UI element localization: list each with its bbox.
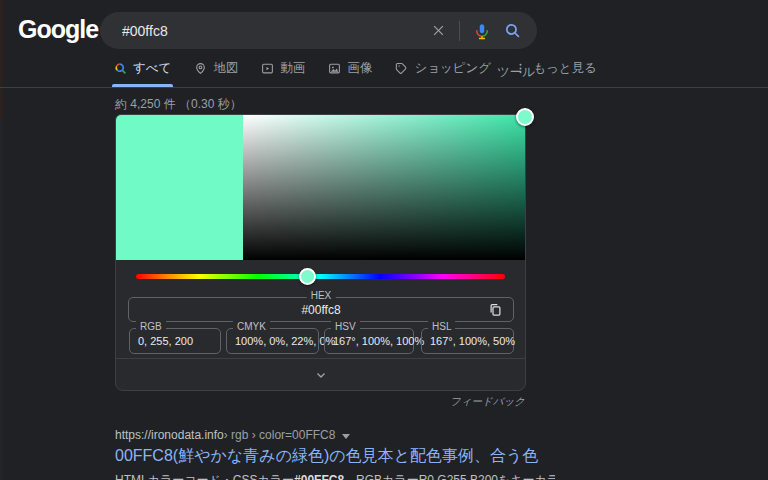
saturation-value-picker[interactable] bbox=[243, 115, 525, 260]
tab-shopping[interactable]: ショッピング bbox=[395, 60, 491, 87]
search-input[interactable] bbox=[100, 23, 431, 39]
window-edge bbox=[0, 0, 3, 480]
google-logo[interactable]: Google bbox=[18, 15, 98, 44]
tab-all[interactable]: すべて bbox=[114, 60, 171, 87]
chevron-down-icon bbox=[314, 368, 328, 382]
result-options-caret-icon[interactable] bbox=[342, 434, 350, 439]
hsv-field[interactable]: HSV 167°, 100%, 100% bbox=[324, 328, 414, 354]
header-divider bbox=[0, 87, 768, 88]
rgb-field[interactable]: RGB 0, 255, 200 bbox=[129, 328, 221, 354]
video-icon bbox=[261, 62, 274, 75]
result-snippet: HTMLカラーコード・CSSカラー#00FFC8、RGBカラーR0 G255 B… bbox=[115, 472, 555, 480]
hex-field[interactable]: HEX #00ffc8 bbox=[128, 297, 514, 322]
map-pin-icon bbox=[194, 62, 207, 75]
result-url-domain: https://ironodata.info bbox=[115, 428, 224, 442]
result-url[interactable]: https://ironodata.info › rgb › color=00F… bbox=[115, 428, 555, 442]
feedback-link[interactable]: フィードバック bbox=[450, 395, 525, 407]
tab-images[interactable]: 画像 bbox=[328, 60, 372, 87]
result-url-path: › rgb › color=00FFC8 bbox=[224, 428, 336, 442]
search-bar[interactable] bbox=[100, 12, 537, 49]
selected-color-swatch bbox=[116, 115, 243, 260]
color-picker-widget: HEX #00ffc8 RGB 0, 255, 200 CMYK 100%, 0… bbox=[115, 114, 526, 391]
microphone-icon[interactable] bbox=[473, 22, 491, 40]
expand-collapse-button[interactable] bbox=[116, 359, 525, 390]
shopping-tag-icon bbox=[395, 62, 408, 75]
result-title-link[interactable]: 00FFC8(鮮やかな青みの緑色)の色見本と配色事例、合う色 bbox=[115, 446, 555, 467]
clear-search-icon[interactable] bbox=[431, 23, 446, 38]
search-submit-icon[interactable] bbox=[504, 22, 521, 39]
colored-search-icon bbox=[114, 62, 127, 75]
hex-field-value[interactable]: #00ffc8 bbox=[129, 303, 513, 317]
color-preview-area bbox=[116, 115, 525, 260]
organic-result: https://ironodata.info › rgb › color=00F… bbox=[115, 428, 555, 480]
cmyk-field[interactable]: CMYK 100%, 0%, 22%, 0% bbox=[226, 328, 319, 354]
tools-button[interactable]: ツール bbox=[497, 64, 535, 81]
hsl-field[interactable]: HSL 167°, 100%, 50% bbox=[421, 328, 514, 354]
tab-videos[interactable]: 動画 bbox=[261, 60, 305, 87]
image-icon bbox=[328, 62, 341, 75]
copy-icon[interactable] bbox=[488, 302, 503, 318]
search-bar-divider bbox=[459, 21, 460, 41]
hue-slider[interactable] bbox=[136, 274, 505, 279]
google-search-results-page: Google bbox=[0, 0, 768, 480]
tab-maps[interactable]: 地図 bbox=[194, 60, 238, 87]
hue-slider-handle[interactable] bbox=[299, 268, 316, 285]
results-stats: 約 4,250 件 （0.30 秒） bbox=[115, 96, 242, 113]
feedback-link-row: フィードバック bbox=[115, 395, 525, 409]
hex-field-label: HEX bbox=[307, 290, 336, 301]
saturation-value-handle[interactable] bbox=[516, 108, 534, 126]
